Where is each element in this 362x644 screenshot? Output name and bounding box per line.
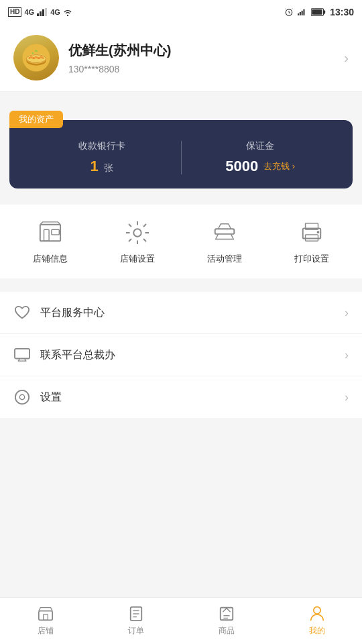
- svg-rect-7: [298, 13, 299, 15]
- svg-rect-13: [312, 9, 322, 15]
- assets-outer: 我的资产 收款银行卡 1 张 保证金: [0, 92, 362, 198]
- svg-point-21: [133, 229, 141, 236]
- grid-menu: 店铺信息 店铺设置 活动管理: [0, 205, 362, 278]
- nav-mine-label: 我的: [309, 625, 325, 637]
- grid-item-store-info[interactable]: 店铺信息: [23, 218, 77, 265]
- nav-item-orders[interactable]: 订单: [90, 598, 181, 644]
- svg-rect-8: [300, 12, 301, 15]
- bank-card-number: 1: [90, 158, 99, 174]
- deposit-item: 保证金 5000 去充钱 ›: [182, 140, 340, 175]
- bank-card-label: 收款银行卡: [23, 140, 181, 152]
- svg-rect-0: [37, 13, 39, 16]
- svg-rect-2: [42, 9, 44, 16]
- svg-point-29: [19, 394, 24, 399]
- assets-wrapper: 收款银行卡 1 张 保证金 5000 去充钱 ›: [9, 120, 353, 189]
- nav-orders-label: 订单: [128, 625, 144, 637]
- contact-hq-chevron: ›: [345, 348, 349, 362]
- battery-icon: [311, 8, 326, 16]
- nav-products-icon: [218, 605, 235, 623]
- deposit-value-row: 5000 去充钱 ›: [182, 158, 340, 175]
- profile-phone: 130****8808: [68, 64, 171, 74]
- nav-item-store[interactable]: 店铺: [0, 598, 90, 644]
- list-item-contact-hq[interactable]: 联系平台总裁办 ›: [0, 334, 362, 376]
- profile-info: 优鲜生(苏州中心) 130****8808: [68, 42, 171, 74]
- assets-container: 我的资产 收款银行卡 1 张 保证金: [9, 120, 353, 189]
- contact-hq-label: 联系平台总裁办: [40, 348, 115, 362]
- store-settings-label: 店铺设置: [120, 253, 155, 265]
- bank-card-item: 收款银行卡 1 张: [23, 140, 181, 175]
- gap-2: [0, 285, 362, 292]
- platform-service-left: 平台服务中心: [13, 304, 105, 321]
- nav-products-label: 商品: [219, 625, 235, 637]
- svg-rect-18: [40, 225, 60, 241]
- list-item-platform-service[interactable]: 平台服务中心 ›: [0, 292, 362, 334]
- svg-rect-27: [15, 349, 29, 359]
- svg-rect-12: [324, 10, 326, 13]
- signal-4g-2: 4G: [50, 8, 60, 16]
- svg-line-6: [289, 13, 290, 13]
- svg-point-28: [15, 390, 29, 404]
- profile-chevron-icon[interactable]: ›: [344, 50, 349, 66]
- alarm-icon: [284, 7, 294, 17]
- bottom-nav: 店铺 订单 商品: [0, 597, 362, 644]
- nav-item-products[interactable]: 商品: [181, 598, 272, 644]
- svg-rect-10: [304, 9, 305, 15]
- svg-rect-20: [52, 229, 59, 235]
- svg-rect-30: [38, 611, 52, 621]
- nav-item-mine[interactable]: 我的: [272, 598, 362, 644]
- settings-chevron: ›: [345, 390, 349, 405]
- grid-item-activity-manage[interactable]: 活动管理: [198, 218, 251, 265]
- nav-store-label: 店铺: [38, 625, 54, 637]
- nav-store-icon: [37, 605, 54, 623]
- heart-icon: [13, 304, 31, 321]
- avatar-image: [21, 43, 51, 72]
- platform-service-label: 平台服务中心: [40, 306, 105, 320]
- grid-item-store-settings[interactable]: 店铺设置: [111, 218, 164, 265]
- gap-1: [0, 198, 362, 205]
- activity-manage-label: 活动管理: [207, 253, 242, 265]
- status-right: 13:30: [284, 7, 354, 17]
- avatar: [13, 35, 59, 80]
- settings-label: 设置: [40, 390, 62, 405]
- hd-badge: HD: [8, 7, 21, 17]
- profile-name: 优鲜生(苏州中心): [68, 42, 171, 60]
- signal-full-icon: [298, 7, 307, 17]
- bank-card-unit: 张: [104, 162, 113, 173]
- status-bar: HD 4G 4G 13:30: [0, 0, 362, 24]
- svg-rect-22: [215, 229, 235, 234]
- profile-left: 优鲜生(苏州中心) 130****8808: [13, 35, 171, 80]
- svg-rect-19: [44, 229, 50, 241]
- time-display: 13:30: [330, 7, 354, 17]
- svg-point-26: [317, 231, 320, 233]
- store-settings-icon: [123, 218, 152, 248]
- activity-manage-icon: [210, 218, 239, 248]
- status-left: HD 4G 4G: [8, 7, 72, 17]
- print-settings-icon: [297, 218, 326, 248]
- svg-rect-9: [302, 11, 303, 15]
- nav-mine-icon: [308, 605, 326, 623]
- assets-label: 我的资产: [9, 111, 63, 128]
- store-info-label: 店铺信息: [33, 253, 68, 265]
- deposit-label: 保证金: [182, 140, 340, 152]
- list-menu: 平台服务中心 › 联系平台总裁办 ›: [0, 292, 362, 418]
- signal-4g-1: 4G: [24, 8, 34, 16]
- profile-section[interactable]: 优鲜生(苏州中心) 130****8808 ›: [0, 24, 362, 92]
- svg-rect-1: [40, 11, 42, 16]
- wifi-icon: [63, 8, 72, 16]
- store-info-icon: [36, 218, 65, 248]
- charge-button[interactable]: 去充钱 ›: [263, 160, 295, 172]
- svg-rect-3: [45, 8, 47, 16]
- settings-left: 设置: [13, 388, 62, 406]
- list-item-settings[interactable]: 设置 ›: [0, 376, 362, 418]
- deposit-value: 5000: [225, 158, 258, 175]
- screen-icon: [13, 346, 31, 364]
- assets-row: 收款银行卡 1 张 保证金 5000 去充钱 ›: [23, 140, 339, 175]
- print-settings-label: 打印设置: [294, 253, 329, 265]
- signal-icon: [37, 8, 48, 16]
- grid-item-print-settings[interactable]: 打印设置: [285, 218, 339, 265]
- contact-hq-left: 联系平台总裁办: [13, 346, 115, 364]
- platform-service-chevron: ›: [345, 306, 349, 320]
- svg-rect-31: [43, 614, 48, 620]
- gear-circle-icon: [13, 388, 31, 406]
- bank-card-value: 1 张: [23, 158, 181, 175]
